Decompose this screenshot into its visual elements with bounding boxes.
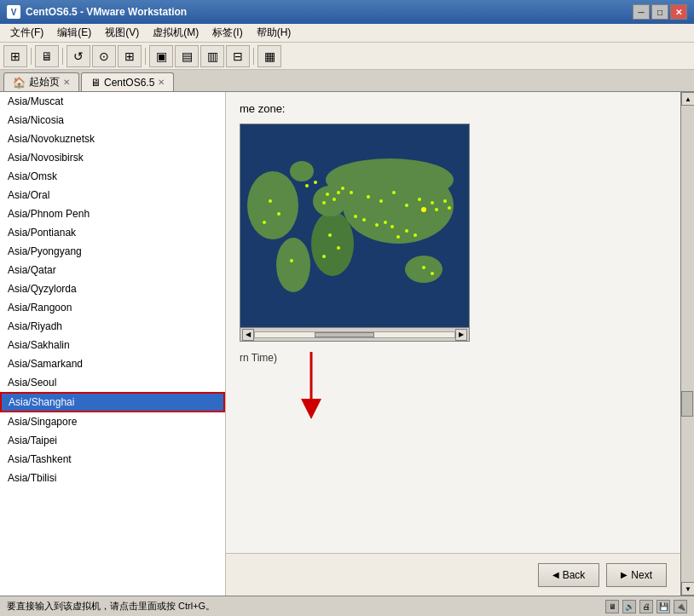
timezone-display: rn Time): [240, 352, 667, 364]
svg-point-10: [326, 193, 329, 196]
svg-point-24: [322, 255, 326, 258]
next-button[interactable]: ▶ Next: [606, 563, 667, 587]
tab-centos[interactable]: 🖥 CentOS6.5 ✕: [81, 72, 174, 91]
toolbar-btn-2[interactable]: 🖥: [35, 45, 59, 67]
timezone-item[interactable]: Asia/Muscat: [0, 92, 225, 111]
status-icons: 🖥 🔊 🖨 💾 🔌: [605, 600, 687, 613]
svg-point-21: [421, 207, 426, 212]
tab-bar: 🏠 起始页 ✕ 🖥 CentOS6.5 ✕: [0, 70, 694, 92]
status-icon-1[interactable]: 🖥: [605, 600, 619, 613]
hscroll-right-btn[interactable]: ▶: [455, 329, 467, 341]
hscroll-thumb[interactable]: [315, 332, 374, 337]
timezone-item[interactable]: Asia/Qatar: [0, 261, 225, 279]
vscroll-up-btn[interactable]: ▲: [681, 92, 694, 106]
timezone-item[interactable]: Asia/Tbilisi: [0, 469, 225, 487]
toolbar-btn-7[interactable]: ▤: [175, 45, 199, 67]
timezone-item[interactable]: Asia/Qyzylorda: [0, 279, 225, 298]
maximize-button[interactable]: □: [651, 4, 668, 20]
svg-point-1: [311, 211, 354, 276]
timezone-item[interactable]: Asia/Seoul: [0, 373, 225, 392]
timezone-item[interactable]: Asia/Shanghai: [0, 392, 225, 412]
svg-point-31: [354, 215, 357, 218]
toolbar-btn-3[interactable]: ↺: [67, 45, 90, 67]
hscroll-left-btn[interactable]: ◀: [242, 329, 254, 341]
title-bar: V CentOS6.5 - VMware Workstation ─ □ ✕: [0, 0, 694, 24]
world-map-svg: [240, 124, 469, 327]
centos-tab-close[interactable]: ✕: [158, 78, 165, 87]
svg-point-32: [362, 218, 366, 222]
toolbar-btn-9[interactable]: ⊟: [226, 45, 250, 67]
svg-point-18: [418, 198, 421, 201]
nav-buttons: ◀ Back ▶ Next: [226, 553, 680, 596]
separator-3: [145, 48, 146, 65]
timezone-item[interactable]: Asia/Nicosia: [0, 111, 225, 130]
timezone-item[interactable]: Asia/Tashkent: [0, 450, 225, 469]
home-tab-label: 起始页: [29, 75, 60, 89]
next-icon: ▶: [621, 570, 627, 579]
timezone-section-label: me zone:: [240, 102, 667, 115]
toolbar-btn-10[interactable]: ▦: [257, 45, 281, 67]
svg-point-22: [328, 233, 332, 237]
timezone-item[interactable]: Asia/Samarkand: [0, 354, 225, 373]
svg-point-23: [337, 246, 340, 250]
svg-point-39: [305, 184, 309, 187]
menu-vm[interactable]: 虚拟机(M): [146, 24, 205, 42]
menu-help[interactable]: 帮助(H): [250, 24, 298, 42]
timezone-item[interactable]: Asia/Sakhalin: [0, 336, 225, 354]
status-icon-2[interactable]: 🔊: [622, 600, 636, 613]
timezone-list[interactable]: Asia/MuscatAsia/NicosiaAsia/Novokuznetsk…: [0, 92, 226, 596]
toolbar: ⊞ 🖥 ↺ ⊙ ⊞ ▣ ▤ ▥ ⊟ ▦: [0, 43, 694, 70]
map-horizontal-scrollbar[interactable]: ◀ ▶: [240, 328, 470, 342]
timezone-item[interactable]: Asia/Singapore: [0, 412, 225, 431]
toolbar-btn-6[interactable]: ▣: [149, 45, 173, 67]
status-icon-4[interactable]: 💾: [656, 600, 670, 613]
toolbar-btn-4[interactable]: ⊙: [92, 45, 116, 67]
right-panel-scrollbar[interactable]: ▲ ▼: [680, 92, 694, 596]
status-icon-5[interactable]: 🔌: [674, 600, 687, 613]
vscroll-thumb[interactable]: [681, 391, 693, 417]
svg-point-4: [326, 158, 454, 201]
toolbar-btn-1[interactable]: ⊞: [3, 45, 27, 67]
vscroll-track[interactable]: [681, 106, 694, 582]
timezone-item[interactable]: Asia/Riyadh: [0, 317, 225, 336]
svg-point-29: [422, 266, 425, 269]
svg-point-27: [263, 221, 266, 224]
svg-point-43: [443, 199, 447, 203]
separator-2: [62, 48, 63, 65]
menu-file[interactable]: 文件(F): [3, 24, 50, 42]
svg-point-6: [276, 238, 310, 292]
timezone-item[interactable]: Asia/Phnom Penh: [0, 204, 225, 223]
svg-point-30: [431, 272, 434, 275]
home-tab-close[interactable]: ✕: [63, 78, 70, 87]
world-map-container[interactable]: [240, 124, 470, 328]
menu-view[interactable]: 视图(V): [98, 24, 146, 42]
svg-point-8: [290, 161, 314, 181]
minimize-button[interactable]: ─: [633, 4, 650, 20]
window-controls: ─ □ ✕: [633, 4, 687, 20]
menu-edit[interactable]: 编辑(E): [50, 24, 98, 42]
status-icon-3[interactable]: 🖨: [639, 600, 653, 613]
timezone-item[interactable]: Asia/Rangoon: [0, 298, 225, 317]
close-button[interactable]: ✕: [670, 4, 687, 20]
tab-home[interactable]: 🏠 起始页 ✕: [3, 72, 79, 91]
timezone-item[interactable]: Asia/Pyongyang: [0, 242, 225, 261]
menu-tabs[interactable]: 标签(I): [205, 24, 249, 42]
timezone-item[interactable]: Asia/Omsk: [0, 167, 225, 186]
toolbar-btn-8[interactable]: ▥: [200, 45, 224, 67]
svg-point-34: [390, 225, 394, 228]
timezone-item[interactable]: Asia/Pontianak: [0, 223, 225, 242]
timezone-item[interactable]: Asia/Novokuznetsk: [0, 130, 225, 148]
timezone-item[interactable]: Asia/Novosibirsk: [0, 148, 225, 167]
vscroll-down-btn[interactable]: ▼: [681, 582, 694, 596]
right-panel: me zone:: [226, 92, 680, 596]
svg-point-38: [396, 235, 400, 239]
svg-point-17: [405, 204, 408, 207]
toolbar-btn-5[interactable]: ⊞: [118, 45, 142, 67]
hscroll-track[interactable]: [254, 331, 455, 338]
back-button[interactable]: ◀ Back: [538, 563, 600, 587]
timezone-item[interactable]: Asia/Taipei: [0, 431, 225, 450]
window-title: CentOS6.5 - VMware Workstation: [26, 6, 633, 18]
svg-point-42: [350, 191, 353, 194]
svg-point-35: [375, 223, 379, 227]
timezone-item[interactable]: Asia/Oral: [0, 186, 225, 204]
